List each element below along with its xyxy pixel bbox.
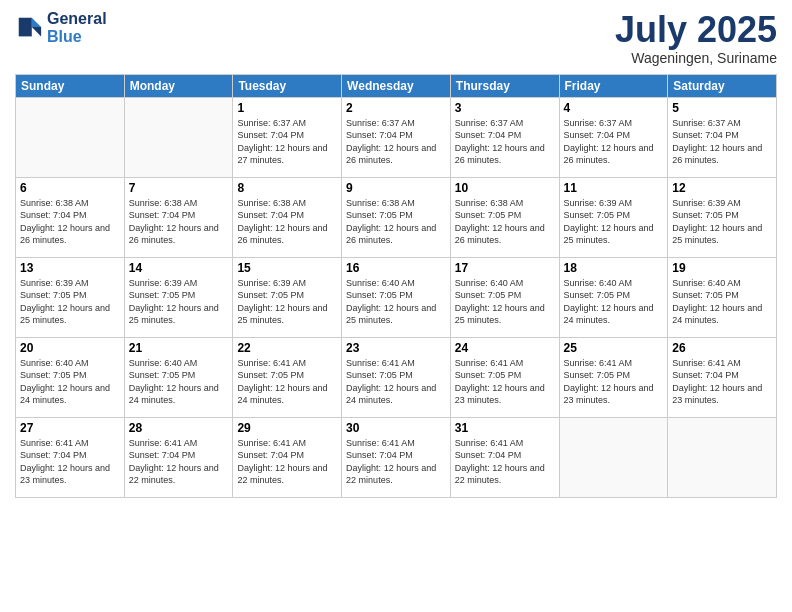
- day-number: 28: [129, 421, 229, 435]
- sunrise-text: Sunrise: 6:41 AM: [455, 357, 555, 370]
- day-number: 12: [672, 181, 772, 195]
- calendar-cell: [559, 417, 668, 497]
- calendar-cell: [668, 417, 777, 497]
- day-info: Sunrise: 6:38 AMSunset: 7:05 PMDaylight:…: [455, 197, 555, 247]
- day-info: Sunrise: 6:41 AMSunset: 7:04 PMDaylight:…: [455, 437, 555, 487]
- sunset-text: Sunset: 7:05 PM: [455, 209, 555, 222]
- daylight-text: Daylight: 12 hours and 26 minutes.: [455, 222, 555, 247]
- calendar-cell: 18Sunrise: 6:40 AMSunset: 7:05 PMDayligh…: [559, 257, 668, 337]
- sunrise-text: Sunrise: 6:39 AM: [237, 277, 337, 290]
- sunset-text: Sunset: 7:05 PM: [672, 289, 772, 302]
- calendar: Sunday Monday Tuesday Wednesday Thursday…: [15, 74, 777, 498]
- sunrise-text: Sunrise: 6:39 AM: [564, 197, 664, 210]
- day-info: Sunrise: 6:38 AMSunset: 7:04 PMDaylight:…: [129, 197, 229, 247]
- sunset-text: Sunset: 7:04 PM: [346, 129, 446, 142]
- sunrise-text: Sunrise: 6:38 AM: [455, 197, 555, 210]
- daylight-text: Daylight: 12 hours and 23 minutes.: [564, 382, 664, 407]
- calendar-cell: 30Sunrise: 6:41 AMSunset: 7:04 PMDayligh…: [342, 417, 451, 497]
- daylight-text: Daylight: 12 hours and 22 minutes.: [455, 462, 555, 487]
- sunrise-text: Sunrise: 6:40 AM: [672, 277, 772, 290]
- day-number: 3: [455, 101, 555, 115]
- daylight-text: Daylight: 12 hours and 26 minutes.: [237, 222, 337, 247]
- day-number: 5: [672, 101, 772, 115]
- logo-text: General Blue: [47, 10, 107, 45]
- sunrise-text: Sunrise: 6:40 AM: [20, 357, 120, 370]
- calendar-cell: 28Sunrise: 6:41 AMSunset: 7:04 PMDayligh…: [124, 417, 233, 497]
- calendar-cell: 26Sunrise: 6:41 AMSunset: 7:04 PMDayligh…: [668, 337, 777, 417]
- daylight-text: Daylight: 12 hours and 22 minutes.: [129, 462, 229, 487]
- daylight-text: Daylight: 12 hours and 26 minutes.: [129, 222, 229, 247]
- sunset-text: Sunset: 7:04 PM: [672, 129, 772, 142]
- sunset-text: Sunset: 7:04 PM: [237, 129, 337, 142]
- sunrise-text: Sunrise: 6:41 AM: [237, 357, 337, 370]
- day-info: Sunrise: 6:39 AMSunset: 7:05 PMDaylight:…: [129, 277, 229, 327]
- sunset-text: Sunset: 7:04 PM: [672, 369, 772, 382]
- day-number: 27: [20, 421, 120, 435]
- calendar-cell: 13Sunrise: 6:39 AMSunset: 7:05 PMDayligh…: [16, 257, 125, 337]
- calendar-cell: [124, 97, 233, 177]
- sunrise-text: Sunrise: 6:37 AM: [564, 117, 664, 130]
- header: General Blue July 2025 Wageningen, Surin…: [15, 10, 777, 66]
- day-number: 30: [346, 421, 446, 435]
- sunset-text: Sunset: 7:05 PM: [346, 209, 446, 222]
- day-number: 14: [129, 261, 229, 275]
- daylight-text: Daylight: 12 hours and 26 minutes.: [564, 142, 664, 167]
- day-info: Sunrise: 6:41 AMSunset: 7:04 PMDaylight:…: [346, 437, 446, 487]
- sunrise-text: Sunrise: 6:41 AM: [129, 437, 229, 450]
- daylight-text: Daylight: 12 hours and 24 minutes.: [346, 382, 446, 407]
- day-info: Sunrise: 6:37 AMSunset: 7:04 PMDaylight:…: [455, 117, 555, 167]
- sunset-text: Sunset: 7:04 PM: [564, 129, 664, 142]
- day-info: Sunrise: 6:39 AMSunset: 7:05 PMDaylight:…: [672, 197, 772, 247]
- day-number: 25: [564, 341, 664, 355]
- day-info: Sunrise: 6:37 AMSunset: 7:04 PMDaylight:…: [237, 117, 337, 167]
- sunset-text: Sunset: 7:05 PM: [672, 209, 772, 222]
- day-number: 4: [564, 101, 664, 115]
- calendar-cell: 19Sunrise: 6:40 AMSunset: 7:05 PMDayligh…: [668, 257, 777, 337]
- day-number: 21: [129, 341, 229, 355]
- calendar-cell: 22Sunrise: 6:41 AMSunset: 7:05 PMDayligh…: [233, 337, 342, 417]
- day-number: 9: [346, 181, 446, 195]
- day-info: Sunrise: 6:40 AMSunset: 7:05 PMDaylight:…: [129, 357, 229, 407]
- svg-marker-2: [19, 17, 32, 36]
- svg-marker-1: [32, 27, 41, 36]
- sunset-text: Sunset: 7:05 PM: [237, 369, 337, 382]
- daylight-text: Daylight: 12 hours and 26 minutes.: [346, 222, 446, 247]
- sunrise-text: Sunrise: 6:37 AM: [455, 117, 555, 130]
- sunset-text: Sunset: 7:05 PM: [564, 289, 664, 302]
- daylight-text: Daylight: 12 hours and 23 minutes.: [672, 382, 772, 407]
- sunrise-text: Sunrise: 6:38 AM: [346, 197, 446, 210]
- day-number: 11: [564, 181, 664, 195]
- calendar-cell: 17Sunrise: 6:40 AMSunset: 7:05 PMDayligh…: [450, 257, 559, 337]
- sunrise-text: Sunrise: 6:37 AM: [346, 117, 446, 130]
- daylight-text: Daylight: 12 hours and 25 minutes.: [455, 302, 555, 327]
- sunrise-text: Sunrise: 6:38 AM: [129, 197, 229, 210]
- sunset-text: Sunset: 7:04 PM: [237, 449, 337, 462]
- main-title: July 2025: [615, 10, 777, 50]
- header-tuesday: Tuesday: [233, 74, 342, 97]
- day-number: 6: [20, 181, 120, 195]
- daylight-text: Daylight: 12 hours and 24 minutes.: [129, 382, 229, 407]
- day-number: 7: [129, 181, 229, 195]
- day-number: 26: [672, 341, 772, 355]
- sunset-text: Sunset: 7:05 PM: [129, 289, 229, 302]
- calendar-cell: 21Sunrise: 6:40 AMSunset: 7:05 PMDayligh…: [124, 337, 233, 417]
- day-info: Sunrise: 6:41 AMSunset: 7:05 PMDaylight:…: [455, 357, 555, 407]
- sunrise-text: Sunrise: 6:39 AM: [129, 277, 229, 290]
- calendar-cell: 31Sunrise: 6:41 AMSunset: 7:04 PMDayligh…: [450, 417, 559, 497]
- subtitle: Wageningen, Suriname: [615, 50, 777, 66]
- calendar-cell: 5Sunrise: 6:37 AMSunset: 7:04 PMDaylight…: [668, 97, 777, 177]
- day-info: Sunrise: 6:38 AMSunset: 7:04 PMDaylight:…: [237, 197, 337, 247]
- day-info: Sunrise: 6:37 AMSunset: 7:04 PMDaylight:…: [346, 117, 446, 167]
- day-number: 1: [237, 101, 337, 115]
- day-number: 16: [346, 261, 446, 275]
- day-number: 31: [455, 421, 555, 435]
- daylight-text: Daylight: 12 hours and 23 minutes.: [455, 382, 555, 407]
- sunset-text: Sunset: 7:05 PM: [564, 209, 664, 222]
- sunrise-text: Sunrise: 6:38 AM: [20, 197, 120, 210]
- calendar-cell: 9Sunrise: 6:38 AMSunset: 7:05 PMDaylight…: [342, 177, 451, 257]
- header-thursday: Thursday: [450, 74, 559, 97]
- daylight-text: Daylight: 12 hours and 25 minutes.: [129, 302, 229, 327]
- day-info: Sunrise: 6:41 AMSunset: 7:04 PMDaylight:…: [672, 357, 772, 407]
- page: General Blue July 2025 Wageningen, Surin…: [0, 0, 792, 612]
- calendar-cell: 3Sunrise: 6:37 AMSunset: 7:04 PMDaylight…: [450, 97, 559, 177]
